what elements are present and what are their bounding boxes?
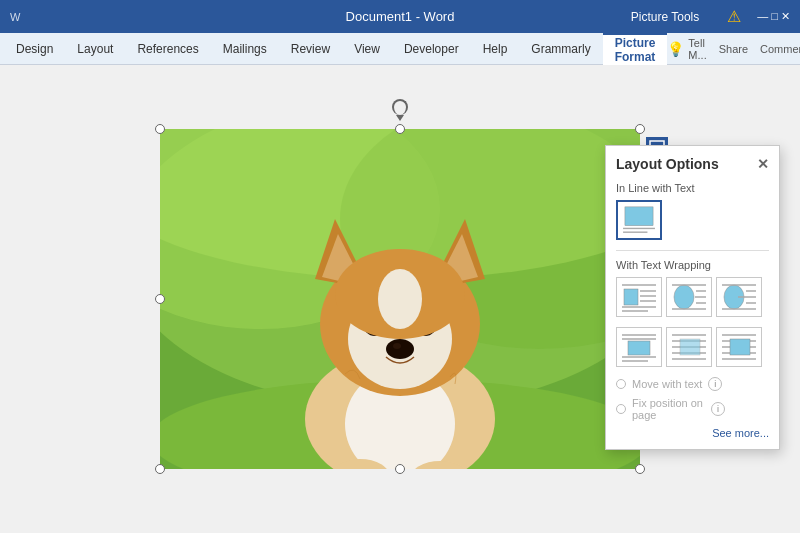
tab-layout[interactable]: Layout [65,33,125,65]
wrapping-options-grid-2 [616,327,769,367]
picture-tools-label: Picture Tools [631,10,699,24]
fix-position-label: Fix position onpage [632,397,703,421]
layout-options-panel: Layout Options ✕ In Line with Text With … [605,145,780,450]
tab-developer[interactable]: Developer [392,33,471,65]
document-area: Layout Options ✕ In Line with Text With … [0,65,800,533]
wrap-tight-option[interactable] [666,277,712,317]
inline-section-label: In Line with Text [616,182,769,194]
share-button[interactable]: Share [719,43,748,55]
svg-rect-34 [624,289,638,305]
ribbon-right: 💡 Tell M... Share Comments [667,37,800,61]
inline-text-option[interactable] [616,200,662,240]
comments-button[interactable]: Comments [760,43,800,55]
rotate-handle[interactable] [392,99,408,115]
svg-point-21 [393,343,401,349]
handle-bottom-middle[interactable] [395,464,405,474]
lightbulb-icon: 💡 [667,41,684,57]
handle-top-right[interactable] [635,124,645,134]
move-with-text-info[interactable]: i [708,377,722,391]
tab-view[interactable]: View [342,33,392,65]
tab-help[interactable]: Help [471,33,520,65]
ribbon: Design Layout References Mailings Review… [0,33,800,65]
wrap-behind-option[interactable] [666,327,712,367]
handle-top-middle[interactable] [395,124,405,134]
tab-mailings[interactable]: Mailings [211,33,279,65]
tab-references[interactable]: References [125,33,210,65]
fix-position-option[interactable]: Fix position onpage i [616,397,769,421]
move-with-text-radio[interactable] [616,379,626,389]
panel-title: Layout Options [616,156,719,172]
window-controls[interactable]: — □ ✕ [757,10,790,23]
svg-rect-63 [680,339,700,355]
svg-point-41 [674,285,694,309]
corgi-svg [160,129,640,469]
wrap-top-bottom-option[interactable] [616,327,662,367]
title-bar-left: W [10,11,631,23]
title-bar: W Document1 - Word Picture Tools ⚠ — □ ✕ [0,0,800,33]
handle-middle-left[interactable] [155,294,165,304]
wrap-infront-option[interactable] [716,327,762,367]
panel-close-button[interactable]: ✕ [757,156,769,172]
handle-bottom-right[interactable] [635,464,645,474]
svg-point-20 [386,339,414,359]
title-bar-right: Picture Tools ⚠ — □ ✕ [631,7,790,26]
corgi-image [160,129,640,469]
svg-rect-53 [628,341,650,355]
fix-position-radio[interactable] [616,404,626,414]
inline-options-grid [616,200,769,240]
svg-rect-31 [625,207,653,226]
wrap-through-option[interactable] [716,277,762,317]
document-title: Document1 - Word [346,9,455,24]
selected-image-container[interactable] [160,129,640,469]
move-with-text-option[interactable]: Move with text i [616,377,769,391]
wrapping-section-label: With Text Wrapping [616,259,769,271]
wrapping-options-grid [616,277,769,317]
tab-review[interactable]: Review [279,33,342,65]
wrap-square-option[interactable] [616,277,662,317]
tab-picture-format[interactable]: Picture Format [603,33,668,65]
svg-rect-69 [730,339,750,355]
handle-top-left[interactable] [155,124,165,134]
svg-point-23 [378,269,422,329]
tab-design[interactable]: Design [4,33,65,65]
divider [616,250,769,251]
tell-me-label[interactable]: Tell M... [688,37,706,61]
quick-access: W [10,11,20,23]
handle-bottom-left[interactable] [155,464,165,474]
tab-grammarly[interactable]: Grammarly [519,33,602,65]
move-with-text-label: Move with text [632,378,702,390]
panel-header: Layout Options ✕ [616,156,769,172]
fix-position-info[interactable]: i [711,402,725,416]
warning-icon: ⚠ [727,7,741,26]
see-more-link[interactable]: See more... [616,427,769,439]
